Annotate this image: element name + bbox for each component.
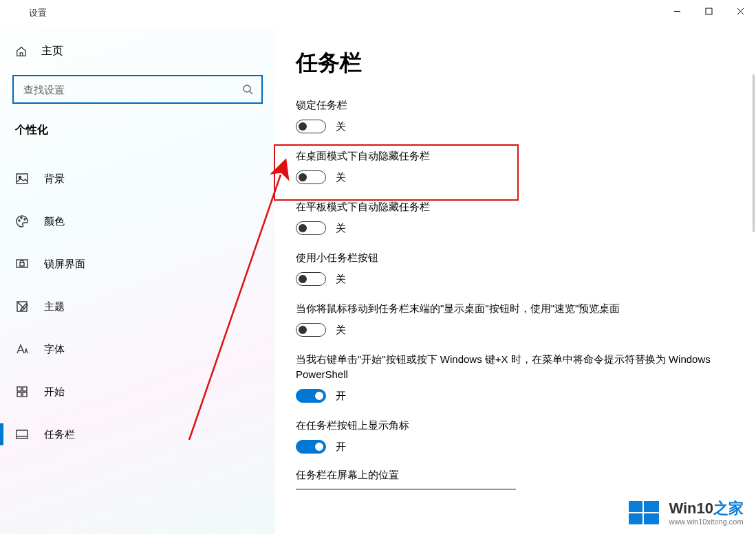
home-icon xyxy=(15,45,28,58)
toggle-state: 关 xyxy=(336,324,346,337)
svg-line-5 xyxy=(250,91,252,94)
toggle-state: 关 xyxy=(336,222,346,235)
toggle-hide-desktop[interactable] xyxy=(296,170,326,184)
sidebar-item-color[interactable]: 颜色 xyxy=(0,205,275,238)
nav-list: 背景 颜色 锁屏界面 主题 xyxy=(0,144,275,451)
image-icon xyxy=(15,172,29,186)
setting-label: 锁定任务栏 xyxy=(296,98,728,113)
search-icon xyxy=(242,84,253,95)
sidebar-item-taskbar[interactable]: 任务栏 xyxy=(0,418,275,451)
setting-label: 当我右键单击"开始"按钮或按下 Windows 键+X 时，在菜单中将命令提示符… xyxy=(296,352,728,382)
section-heading: 个性化 xyxy=(0,118,275,144)
setting-hide-tablet: 在平板模式下自动隐藏任务栏 关 xyxy=(296,199,728,235)
taskbar-location-label: 任务栏在屏幕上的位置 xyxy=(296,469,728,482)
toggle-badges[interactable] xyxy=(296,440,326,454)
setting-hide-desktop: 在桌面模式下自动隐藏任务栏 关 xyxy=(296,148,728,184)
svg-rect-1 xyxy=(706,8,712,14)
toggle-small-buttons[interactable] xyxy=(296,272,326,286)
search-input-wrap[interactable] xyxy=(12,75,263,104)
toggle-state: 开 xyxy=(336,441,346,454)
nav-label: 锁屏界面 xyxy=(44,258,85,271)
toggle-state: 开 xyxy=(336,390,346,403)
setting-lock-taskbar: 锁定任务栏 关 xyxy=(296,98,728,133)
nav-label: 开始 xyxy=(44,386,65,399)
nav-label: 颜色 xyxy=(44,215,65,228)
svg-point-8 xyxy=(19,220,20,221)
setting-label: 使用小任务栏按钮 xyxy=(296,250,728,265)
svg-rect-14 xyxy=(17,387,21,391)
svg-point-4 xyxy=(244,85,250,92)
svg-rect-17 xyxy=(23,392,27,397)
title-bar: 设置 xyxy=(0,0,756,27)
sidebar: 主页 个性化 背景 颜色 xyxy=(0,27,275,534)
toggle-hide-tablet[interactable] xyxy=(296,221,326,235)
close-button[interactable] xyxy=(724,0,756,22)
svg-point-9 xyxy=(21,217,22,219)
nav-label: 字体 xyxy=(44,343,65,356)
setting-powershell: 当我右键单击"开始"按钮或按下 Windows 键+X 时，在菜单中将命令提示符… xyxy=(296,352,728,403)
sidebar-item-lockscreen[interactable]: 锁屏界面 xyxy=(0,247,275,280)
watermark-brand: Win10之家 xyxy=(669,501,744,516)
svg-rect-12 xyxy=(20,263,24,266)
sidebar-item-theme[interactable]: 主题 xyxy=(0,290,275,323)
minimize-button[interactable] xyxy=(661,0,693,22)
page-title: 任务栏 xyxy=(296,48,728,78)
nav-label: 背景 xyxy=(44,173,65,186)
svg-rect-18 xyxy=(17,430,28,438)
taskbar-icon xyxy=(15,427,29,441)
setting-peek: 当你将鼠标移动到任务栏末端的"显示桌面"按钮时，使用"速览"预览桌面 关 xyxy=(296,301,728,337)
home-nav[interactable]: 主页 xyxy=(0,27,275,75)
windows-logo-icon xyxy=(629,501,660,526)
watermark: Win10之家 www.win10xitong.com xyxy=(629,501,744,526)
palette-icon xyxy=(15,214,29,228)
maximize-button[interactable] xyxy=(693,0,724,22)
theme-icon xyxy=(15,300,29,313)
toggle-state: 关 xyxy=(336,120,346,133)
toggle-lock-taskbar[interactable] xyxy=(296,120,326,133)
setting-label: 在任务栏按钮上显示角标 xyxy=(296,418,728,433)
sidebar-item-start[interactable]: 开始 xyxy=(0,375,275,408)
setting-badges: 在任务栏按钮上显示角标 开 xyxy=(296,418,728,454)
taskbar-location-dropdown[interactable] xyxy=(296,489,516,490)
svg-rect-16 xyxy=(17,392,21,397)
setting-small-buttons: 使用小任务栏按钮 关 xyxy=(296,250,728,286)
app-title: 设置 xyxy=(29,7,47,19)
scrollbar-thumb[interactable] xyxy=(753,74,755,232)
setting-label: 在桌面模式下自动隐藏任务栏 xyxy=(296,148,728,164)
nav-label: 主题 xyxy=(44,300,65,313)
toggle-peek[interactable] xyxy=(296,323,326,337)
font-icon xyxy=(15,342,29,356)
start-icon xyxy=(15,385,29,399)
sidebar-item-background[interactable]: 背景 xyxy=(0,162,275,195)
watermark-url: www.win10xitong.com xyxy=(669,518,744,526)
toggle-state: 关 xyxy=(336,171,346,184)
lockscreen-icon xyxy=(15,257,29,271)
svg-rect-6 xyxy=(17,174,28,183)
toggle-state: 关 xyxy=(336,273,346,286)
nav-label: 任务栏 xyxy=(44,428,75,441)
setting-label: 在平板模式下自动隐藏任务栏 xyxy=(296,199,728,214)
home-label: 主页 xyxy=(41,44,63,58)
sidebar-item-font[interactable]: 字体 xyxy=(0,333,275,366)
window-controls xyxy=(661,0,756,22)
svg-point-10 xyxy=(24,219,25,220)
setting-label: 当你将鼠标移动到任务栏末端的"显示桌面"按钮时，使用"速览"预览桌面 xyxy=(296,301,728,316)
svg-rect-15 xyxy=(23,387,27,391)
svg-point-7 xyxy=(19,177,21,179)
toggle-powershell[interactable] xyxy=(296,389,326,403)
search-input[interactable] xyxy=(22,83,242,96)
main-content: 任务栏 锁定任务栏 关 在桌面模式下自动隐藏任务栏 关 在平板模式下自动隐藏任务… xyxy=(275,27,756,534)
